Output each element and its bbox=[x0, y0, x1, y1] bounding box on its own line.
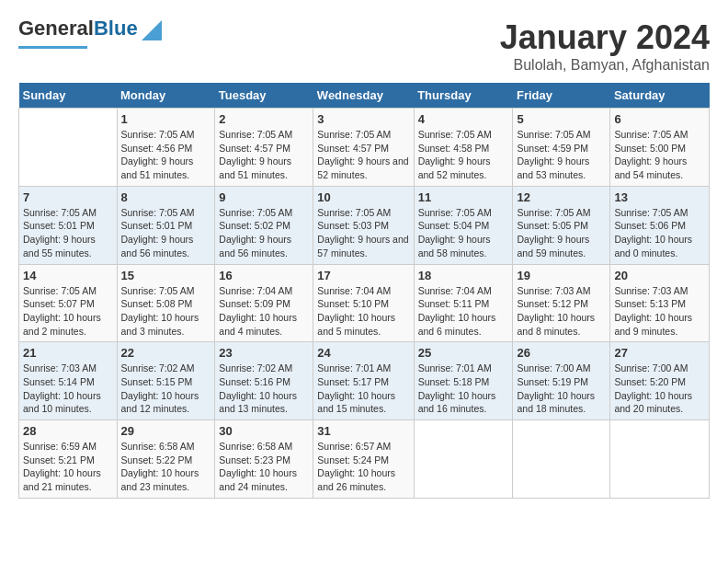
calendar-cell: 6 Sunrise: 7:05 AMSunset: 5:00 PMDayligh… bbox=[610, 109, 710, 187]
calendar-cell: 13 Sunrise: 7:05 AMSunset: 5:06 PMDaylig… bbox=[610, 186, 710, 264]
day-number: 18 bbox=[418, 269, 509, 282]
calendar-cell: 25 Sunrise: 7:01 AMSunset: 5:18 PMDaylig… bbox=[414, 342, 513, 420]
day-info: Sunrise: 7:05 AMSunset: 5:03 PMDaylight:… bbox=[317, 207, 408, 259]
day-number: 21 bbox=[23, 346, 113, 360]
day-number: 24 bbox=[317, 346, 409, 360]
day-number: 6 bbox=[614, 112, 705, 126]
calendar-cell: 1 Sunrise: 7:05 AMSunset: 4:56 PMDayligh… bbox=[117, 109, 215, 187]
logo-text: GeneralBlue bbox=[18, 18, 138, 39]
day-info: Sunrise: 7:03 AMSunset: 5:13 PMDaylight:… bbox=[614, 285, 692, 337]
header-friday: Friday bbox=[513, 83, 610, 109]
day-number: 23 bbox=[219, 346, 309, 360]
day-info: Sunrise: 7:05 AMSunset: 5:08 PMDaylight:… bbox=[121, 285, 199, 337]
day-info: Sunrise: 7:05 AMSunset: 5:07 PMDaylight:… bbox=[23, 285, 101, 337]
day-info: Sunrise: 7:01 AMSunset: 5:18 PMDaylight:… bbox=[418, 362, 496, 414]
calendar-cell: 3 Sunrise: 7:05 AMSunset: 4:57 PMDayligh… bbox=[313, 109, 414, 187]
header-thursday: Thursday bbox=[414, 83, 513, 109]
day-info: Sunrise: 7:05 AMSunset: 4:57 PMDaylight:… bbox=[317, 129, 408, 180]
calendar-cell: 27 Sunrise: 7:00 AMSunset: 5:20 PMDaylig… bbox=[610, 342, 710, 420]
calendar-cell: 30 Sunrise: 6:58 AMSunset: 5:23 PMDaylig… bbox=[215, 420, 313, 499]
day-number: 8 bbox=[121, 190, 211, 204]
calendar-cell: 22 Sunrise: 7:02 AMSunset: 5:15 PMDaylig… bbox=[117, 342, 215, 420]
logo-underline bbox=[18, 46, 87, 49]
day-info: Sunrise: 7:05 AMSunset: 4:57 PMDaylight:… bbox=[219, 129, 292, 180]
day-number: 29 bbox=[121, 424, 211, 438]
day-info: Sunrise: 7:03 AMSunset: 5:12 PMDaylight:… bbox=[517, 285, 595, 337]
header-row: Sunday Monday Tuesday Wednesday Thursday… bbox=[19, 83, 710, 109]
logo-icon bbox=[142, 20, 162, 40]
calendar-cell: 8 Sunrise: 7:05 AMSunset: 5:01 PMDayligh… bbox=[117, 186, 215, 264]
logo: GeneralBlue bbox=[18, 18, 162, 49]
day-number: 2 bbox=[219, 112, 309, 126]
day-number: 16 bbox=[219, 269, 309, 282]
day-number: 12 bbox=[517, 190, 606, 204]
day-info: Sunrise: 7:05 AMSunset: 4:59 PMDaylight:… bbox=[517, 129, 590, 180]
calendar-cell: 4 Sunrise: 7:05 AMSunset: 4:58 PMDayligh… bbox=[414, 109, 513, 187]
day-info: Sunrise: 7:00 AMSunset: 5:20 PMDaylight:… bbox=[614, 362, 692, 414]
day-info: Sunrise: 7:05 AMSunset: 5:01 PMDaylight:… bbox=[121, 207, 195, 259]
day-info: Sunrise: 7:00 AMSunset: 5:19 PMDaylight:… bbox=[517, 362, 595, 414]
calendar-week-2: 7 Sunrise: 7:05 AMSunset: 5:01 PMDayligh… bbox=[19, 186, 710, 264]
day-number: 9 bbox=[219, 190, 309, 204]
calendar-cell: 26 Sunrise: 7:00 AMSunset: 5:19 PMDaylig… bbox=[513, 342, 610, 420]
day-number: 26 bbox=[517, 346, 606, 360]
calendar-cell: 12 Sunrise: 7:05 AMSunset: 5:05 PMDaylig… bbox=[513, 186, 610, 264]
day-info: Sunrise: 7:03 AMSunset: 5:14 PMDaylight:… bbox=[23, 362, 101, 414]
day-number: 17 bbox=[317, 269, 409, 282]
calendar-cell: 28 Sunrise: 6:59 AMSunset: 5:21 PMDaylig… bbox=[19, 420, 118, 499]
day-info: Sunrise: 7:01 AMSunset: 5:17 PMDaylight:… bbox=[317, 362, 395, 414]
day-number: 31 bbox=[317, 424, 409, 438]
calendar-week-5: 28 Sunrise: 6:59 AMSunset: 5:21 PMDaylig… bbox=[19, 420, 710, 499]
header-saturday: Saturday bbox=[610, 83, 710, 109]
calendar-cell: 29 Sunrise: 6:58 AMSunset: 5:22 PMDaylig… bbox=[117, 420, 215, 499]
day-info: Sunrise: 7:05 AMSunset: 5:06 PMDaylight:… bbox=[614, 207, 692, 259]
day-info: Sunrise: 7:04 AMSunset: 5:10 PMDaylight:… bbox=[317, 285, 395, 337]
calendar-week-4: 21 Sunrise: 7:03 AMSunset: 5:14 PMDaylig… bbox=[19, 342, 710, 420]
title-block: January 2024 Bulolah, Bamyan, Afghanista… bbox=[500, 18, 710, 74]
header-wednesday: Wednesday bbox=[313, 83, 414, 109]
day-number: 7 bbox=[23, 190, 113, 204]
calendar-cell: 16 Sunrise: 7:04 AMSunset: 5:09 PMDaylig… bbox=[215, 264, 313, 342]
day-number: 4 bbox=[418, 112, 509, 126]
day-number: 25 bbox=[418, 346, 509, 360]
calendar-subtitle: Bulolah, Bamyan, Afghanistan bbox=[500, 57, 710, 74]
calendar-title: January 2024 bbox=[500, 18, 710, 57]
day-info: Sunrise: 6:57 AMSunset: 5:24 PMDaylight:… bbox=[317, 441, 395, 492]
calendar-cell: 21 Sunrise: 7:03 AMSunset: 5:14 PMDaylig… bbox=[19, 342, 118, 420]
day-number: 14 bbox=[23, 269, 113, 282]
day-info: Sunrise: 7:05 AMSunset: 5:04 PMDaylight:… bbox=[418, 207, 492, 259]
day-info: Sunrise: 7:05 AMSunset: 5:01 PMDaylight:… bbox=[23, 207, 97, 259]
calendar-cell bbox=[19, 109, 118, 187]
day-number: 15 bbox=[121, 269, 211, 282]
calendar-cell: 2 Sunrise: 7:05 AMSunset: 4:57 PMDayligh… bbox=[215, 109, 313, 187]
svg-marker-0 bbox=[142, 20, 162, 40]
calendar-cell: 23 Sunrise: 7:02 AMSunset: 5:16 PMDaylig… bbox=[215, 342, 313, 420]
calendar-cell: 10 Sunrise: 7:05 AMSunset: 5:03 PMDaylig… bbox=[313, 186, 414, 264]
day-number: 28 bbox=[23, 424, 113, 438]
calendar-cell: 14 Sunrise: 7:05 AMSunset: 5:07 PMDaylig… bbox=[19, 264, 118, 342]
header-monday: Monday bbox=[117, 83, 215, 109]
day-number: 27 bbox=[614, 346, 705, 360]
day-number: 20 bbox=[614, 269, 705, 282]
calendar-cell: 31 Sunrise: 6:57 AMSunset: 5:24 PMDaylig… bbox=[313, 420, 414, 499]
calendar-cell: 7 Sunrise: 7:05 AMSunset: 5:01 PMDayligh… bbox=[19, 186, 118, 264]
header: GeneralBlue January 2024 Bulolah, Bamyan… bbox=[18, 18, 710, 74]
calendar-week-3: 14 Sunrise: 7:05 AMSunset: 5:07 PMDaylig… bbox=[19, 264, 710, 342]
calendar-week-1: 1 Sunrise: 7:05 AMSunset: 4:56 PMDayligh… bbox=[19, 109, 710, 187]
day-number: 30 bbox=[219, 424, 309, 438]
header-tuesday: Tuesday bbox=[215, 83, 313, 109]
calendar-table: Sunday Monday Tuesday Wednesday Thursday… bbox=[18, 83, 710, 499]
day-info: Sunrise: 7:02 AMSunset: 5:15 PMDaylight:… bbox=[121, 362, 199, 414]
calendar-cell: 20 Sunrise: 7:03 AMSunset: 5:13 PMDaylig… bbox=[610, 264, 710, 342]
day-info: Sunrise: 6:58 AMSunset: 5:22 PMDaylight:… bbox=[121, 441, 199, 492]
day-number: 1 bbox=[121, 112, 211, 126]
calendar-cell: 9 Sunrise: 7:05 AMSunset: 5:02 PMDayligh… bbox=[215, 186, 313, 264]
day-number: 11 bbox=[418, 190, 509, 204]
day-number: 19 bbox=[517, 269, 606, 282]
day-number: 22 bbox=[121, 346, 211, 360]
day-info: Sunrise: 7:04 AMSunset: 5:11 PMDaylight:… bbox=[418, 285, 496, 337]
calendar-cell: 19 Sunrise: 7:03 AMSunset: 5:12 PMDaylig… bbox=[513, 264, 610, 342]
calendar-cell bbox=[610, 420, 710, 499]
day-number: 13 bbox=[614, 190, 705, 204]
day-info: Sunrise: 7:02 AMSunset: 5:16 PMDaylight:… bbox=[219, 362, 297, 414]
